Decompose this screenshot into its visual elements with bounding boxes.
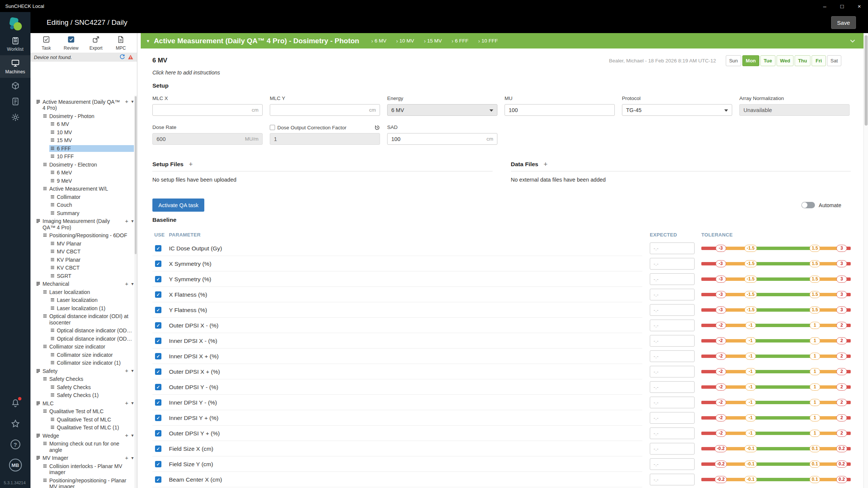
tree-item[interactable]: Morning check out run for one angle [30,440,137,454]
tree-item[interactable]: Optical distance indicator (ODI) at i... [30,335,137,343]
suncheck-logo[interactable] [7,15,24,33]
tree-item[interactable]: Mechanical [30,280,137,288]
energy-select[interactable]: 6 MV [387,104,497,116]
tree-item[interactable]: Safety Checks [30,375,137,383]
tree-item[interactable]: KV Planar [30,256,137,264]
export-button[interactable]: Export [88,35,104,51]
refresh-icon[interactable] [119,54,125,60]
sad-input[interactable]: 100 cm [387,133,497,145]
day-toggle[interactable]: Fri [812,55,826,66]
tree-item[interactable]: MV Imager [30,454,137,462]
tree-item[interactable]: MLC [30,399,137,408]
use-checkbox[interactable] [155,384,161,390]
use-checkbox[interactable] [155,461,161,467]
tree-item[interactable]: Laser localization [30,288,137,296]
caret-down-icon[interactable] [131,218,134,224]
use-checkbox[interactable] [155,307,161,313]
minimize-button[interactable]: – [816,0,833,12]
use-checkbox[interactable] [155,430,161,436]
tree-item[interactable]: Active Measurement (Daily QA™ 4 Pro) [30,98,137,112]
use-checkbox[interactable] [155,245,161,252]
energy-link[interactable]: 6 FFF [451,38,468,44]
task-button[interactable]: Task [38,35,55,51]
mlc-x-input[interactable]: cm [152,104,263,116]
sidebar-item-settings[interactable] [0,109,30,125]
tree-item[interactable]: Summary [30,209,137,217]
expected-input[interactable] [650,320,695,331]
measurement-banner[interactable]: ▼ Active Measurement (Daily QA™ 4 Pro) -… [141,33,863,48]
caret-down-icon[interactable] [131,432,134,438]
use-checkbox[interactable] [155,322,161,329]
setup-files-add-icon[interactable]: + [189,162,193,167]
close-button[interactable]: × [851,0,868,12]
instructions-placeholder[interactable]: Click here to add instructions [152,70,851,76]
use-checkbox[interactable] [155,399,161,406]
add-icon[interactable] [125,98,128,105]
tree-item[interactable]: 6 MV [30,120,137,129]
sidebar-item-packages[interactable] [0,78,30,94]
expected-input[interactable] [650,443,695,455]
expected-input[interactable] [650,458,695,470]
favorites-button[interactable] [0,416,30,433]
tree-item[interactable]: Collision interlocks - Planar MV imager [30,462,137,476]
history-icon[interactable] [374,125,380,130]
mpc-button[interactable]: MPC [112,35,129,51]
expected-input[interactable] [650,397,695,408]
use-checkbox[interactable] [155,476,161,483]
tree-item[interactable]: Positioning/Repositioning - 6DOF [30,232,137,240]
caret-down-icon[interactable] [131,281,134,286]
use-checkbox[interactable] [155,353,161,359]
maximize-button[interactable]: □ [833,0,851,12]
activate-qa-task-button[interactable]: Activate QA task [152,199,204,212]
expected-input[interactable] [650,335,695,347]
automate-toggle[interactable] [801,202,815,208]
day-toggle[interactable]: Tue [760,55,775,66]
expected-input[interactable] [650,304,695,316]
tree-item[interactable]: 10 FFF [30,153,137,161]
add-icon[interactable] [125,218,128,224]
tree-item[interactable]: Laser localization (1) [30,304,137,312]
use-checkbox[interactable] [155,261,161,267]
use-checkbox[interactable] [155,415,161,421]
notifications-button[interactable] [0,395,30,412]
caret-down-icon[interactable] [131,99,134,104]
docf-checkbox[interactable] [270,125,275,130]
use-checkbox[interactable] [155,291,161,298]
tree-item[interactable]: Collimator size indicator [30,343,137,351]
expected-input[interactable] [650,412,695,424]
expected-input[interactable] [650,289,695,300]
day-toggle[interactable]: Wed [777,55,794,66]
tree-item[interactable]: Collimator size indicator (1) [30,359,137,367]
tree-item[interactable]: 10 MV [30,128,137,136]
tree-item[interactable]: KV CBCT [30,264,137,272]
use-checkbox[interactable] [155,338,161,344]
add-icon[interactable] [125,432,128,438]
energy-link[interactable]: 15 MV [424,38,442,44]
tree-item[interactable]: Safety Checks (1) [30,391,137,400]
expected-input[interactable] [650,427,695,439]
tree-item[interactable]: Dosimetry - Photon [30,112,137,120]
chevron-down-icon[interactable] [848,37,857,45]
caret-down-icon[interactable] [131,400,134,406]
expected-input[interactable] [650,258,695,270]
tree-item[interactable]: Optical distance indicator (ODI) at i... [30,327,137,335]
tree-item[interactable]: Laser localization [30,296,137,305]
expected-input[interactable] [650,273,695,285]
expected-input[interactable] [650,366,695,377]
add-icon[interactable] [125,367,128,374]
tree-item[interactable]: Safety [30,367,137,375]
mlc-y-input[interactable]: cm [270,104,380,116]
energy-link[interactable]: 6 MV [371,38,386,44]
add-icon[interactable] [125,280,128,287]
tree-item[interactable]: Couch [30,201,137,209]
panel-scrollbar-thumb[interactable] [135,96,137,254]
tree-item[interactable]: Qualitative Test of MLC (1) [30,424,137,432]
tree-item[interactable]: Optical distance indicator (ODI) at isoc… [30,312,137,327]
day-toggle[interactable]: Sat [827,55,841,66]
add-icon[interactable] [125,400,128,406]
day-toggle[interactable]: Thu [795,55,810,66]
review-button[interactable]: Review [63,35,79,51]
expected-input[interactable] [650,350,695,362]
tree-item[interactable]: Dosimetry - Electron [30,161,137,169]
energy-link[interactable]: 10 FFF [478,38,498,44]
